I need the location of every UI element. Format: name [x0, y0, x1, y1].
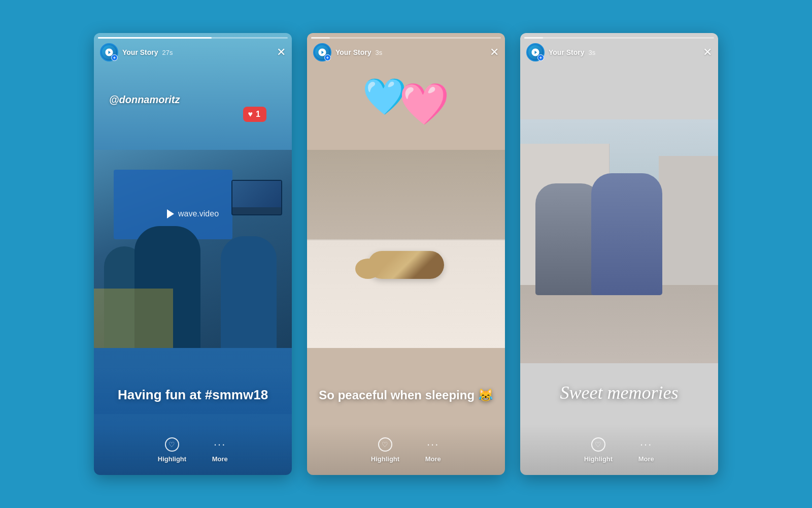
more-btn-1[interactable]: ··· More: [212, 436, 228, 463]
highlight-btn-2[interactable]: ♡ Highlight: [371, 436, 399, 463]
story-header-left-2: + Your Story 3s: [313, 43, 382, 61]
photo-content-3: [520, 119, 718, 363]
story-time-2: 3s: [376, 49, 383, 56]
highlight-label-2: Highlight: [371, 455, 399, 463]
more-icon-2: ···: [425, 436, 441, 453]
more-label-1: More: [212, 455, 228, 463]
story-actions-2: ♡ Highlight ··· More: [307, 424, 505, 475]
avatar-2: +: [313, 43, 331, 61]
avatar-1: +: [100, 43, 118, 61]
highlight-btn-3[interactable]: ♡ Highlight: [584, 436, 613, 463]
person3: [221, 236, 277, 348]
highlight-icon-circle-1: ♡: [165, 437, 179, 452]
story2-caption: So peaceful when sleeping 😹: [307, 376, 505, 414]
story3-caption-text: Sweet memories: [535, 382, 703, 404]
story2-caption-text: So peaceful when sleeping 😹: [317, 387, 495, 404]
story1-caption-text: Having fun at #smmw18: [104, 387, 282, 404]
monitor-1: [231, 180, 282, 215]
progress-bar-3: [524, 37, 714, 39]
highlight-icon-circle-3: ♡: [591, 437, 605, 452]
outdoor-bg: [520, 119, 718, 363]
more-dots-2: ···: [427, 439, 439, 450]
story-card-3: + Your Story 3s ✕ Sweet memories: [520, 33, 718, 475]
wave-video-overlay: wave.video: [167, 209, 219, 218]
story3-caption: Sweet memories: [520, 372, 718, 414]
cobblestone: [520, 285, 718, 363]
stories-container: + Your Story 27s ✕ @donnamoritz ♥ 1 PR w…: [94, 33, 718, 475]
highlight-icon-1: ♡: [164, 436, 180, 453]
story1-caption: Having fun at #smmw18: [94, 371, 292, 414]
more-dots-1: ···: [214, 439, 226, 450]
story1-mention: @donnamoritz: [109, 94, 180, 106]
story-close-3[interactable]: ✕: [703, 47, 712, 58]
more-btn-3[interactable]: ··· More: [638, 436, 654, 463]
story-username-2: Your Story: [335, 48, 371, 56]
avatar-3: +: [526, 43, 545, 61]
highlight-btn-1[interactable]: ♡ Highlight: [158, 436, 186, 463]
avatar-plus-3: +: [537, 54, 544, 61]
progress-bar-2: [311, 37, 501, 39]
highlight-label-1: Highlight: [158, 455, 186, 463]
progress-fill-3: [524, 37, 543, 39]
like-count-1: 1: [256, 110, 260, 119]
monitor-screen-1: [232, 181, 281, 208]
wave-text: wave.video: [178, 209, 219, 218]
heart-icon-1: ♥: [248, 110, 253, 119]
more-label-3: More: [638, 455, 654, 463]
story-username-1: Your Story: [122, 48, 158, 56]
play-icon: [167, 209, 174, 218]
story-actions-1: ♡ Highlight ··· More: [94, 424, 292, 475]
photo-content-2: [307, 150, 505, 348]
heart-pink: 🩷: [399, 84, 450, 124]
progress-fill-1: [98, 37, 212, 39]
more-icon-3: ···: [638, 436, 654, 453]
progress-bar-1: [98, 37, 288, 39]
story1-like-badge: ♥ 1: [243, 107, 266, 122]
person-selfie-right: [591, 173, 662, 295]
story-header-left-3: + Your Story 3s: [526, 43, 595, 61]
progress-fill-2: [311, 37, 330, 39]
yellow-element: [94, 289, 173, 348]
more-dots-3: ···: [640, 439, 652, 450]
wall-bg: [307, 150, 505, 249]
story-header-left-1: + Your Story 27s: [100, 43, 173, 61]
story-close-1[interactable]: ✕: [277, 47, 286, 58]
avatar-plus-1: +: [111, 54, 118, 61]
avatar-plus-2: +: [324, 54, 331, 61]
more-label-2: More: [425, 455, 441, 463]
story3-photo: [520, 119, 718, 363]
more-icon-1: ···: [212, 436, 228, 453]
highlight-icon-circle-2: ♡: [378, 437, 392, 452]
story-time-3: 3s: [589, 49, 596, 56]
story-close-2[interactable]: ✕: [490, 47, 499, 58]
cat-head: [355, 259, 381, 279]
highlight-icon-2: ♡: [377, 436, 393, 453]
story-header-3: + Your Story 3s ✕: [526, 43, 712, 61]
photo-content-1: PR wave.video: [94, 150, 292, 348]
story-actions-3: ♡ Highlight ··· More: [520, 424, 718, 475]
building-right: [659, 156, 718, 290]
story-card-2: + Your Story 3s ✕ 🩵 🩷 So peaceful when s…: [307, 33, 505, 475]
story-time-1: 27s: [162, 49, 173, 56]
story-card-1: + Your Story 27s ✕ @donnamoritz ♥ 1 PR w…: [94, 33, 292, 475]
hearts-overlay: 🩵 🩷: [362, 79, 450, 124]
story-header-2: + Your Story 3s ✕: [313, 43, 499, 61]
story1-photo: PR wave.video: [94, 150, 292, 348]
story2-photo: [307, 150, 505, 348]
story-header-1: + Your Story 27s ✕: [100, 43, 286, 61]
highlight-label-3: Highlight: [584, 455, 613, 463]
highlight-icon-3: ♡: [590, 436, 606, 453]
story-username-3: Your Story: [549, 48, 585, 56]
more-btn-2[interactable]: ··· More: [425, 436, 441, 463]
